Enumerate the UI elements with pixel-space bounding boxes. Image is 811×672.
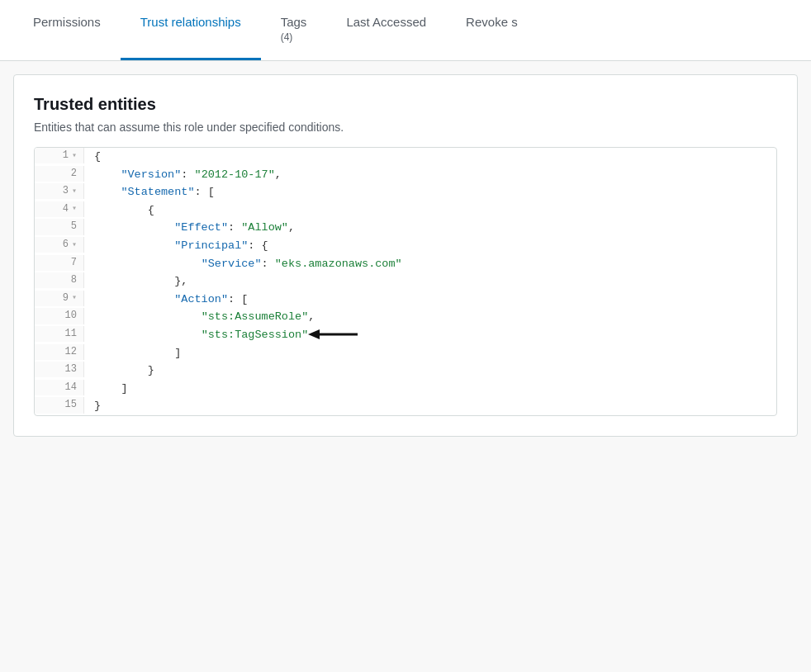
- line-number: 6: [49, 237, 69, 253]
- line-gutter: 5: [35, 219, 84, 234]
- line-content: ]: [84, 344, 776, 362]
- tab-tags[interactable]: Tags(4): [261, 0, 327, 60]
- line-number: 7: [57, 255, 77, 271]
- code-line: 5 "Effect": "Allow",: [35, 219, 776, 237]
- code-line: 13 }: [35, 362, 776, 380]
- line-number: 10: [57, 308, 77, 324]
- code-line: 4▾ {: [35, 201, 776, 220]
- line-number: 13: [57, 362, 77, 377]
- line-content: "Service": "eks.amazonaws.com": [84, 255, 776, 273]
- line-content: "Version": "2012-10-17",: [84, 166, 776, 184]
- line-number: 9: [49, 291, 69, 306]
- section-title: Trusted entities: [34, 95, 777, 114]
- code-line: 6▾ "Principal": {: [35, 237, 776, 255]
- arrow-annotation: [308, 329, 366, 341]
- tab-trust-relationships[interactable]: Trust relationships: [121, 0, 261, 60]
- tab-badge-tags: (4): [281, 31, 293, 43]
- tab-revoke-sessions[interactable]: Revoke s: [446, 0, 538, 60]
- line-number: 2: [57, 166, 77, 182]
- line-content: "Action": [: [84, 291, 776, 309]
- code-line: 1▾{: [35, 148, 776, 166]
- code-line: 7 "Service": "eks.amazonaws.com": [35, 255, 776, 273]
- line-content: {: [84, 148, 776, 166]
- line-gutter: 3▾: [35, 183, 84, 199]
- fold-indicator[interactable]: ▾: [72, 149, 77, 163]
- code-line: 14 ]: [35, 380, 776, 398]
- line-gutter: 10: [35, 308, 84, 324]
- line-content: ]: [84, 380, 776, 398]
- code-editor: 1▾{2 "Version": "2012-10-17",3▾ "Stateme…: [34, 147, 777, 416]
- line-content: "Effect": "Allow",: [84, 219, 776, 237]
- code-line: 15}: [35, 397, 776, 415]
- line-gutter: 6▾: [35, 237, 84, 253]
- line-gutter: 15: [35, 397, 84, 413]
- line-gutter: 8: [35, 272, 84, 288]
- code-line: 3▾ "Statement": [: [35, 183, 776, 201]
- tab-last-accessed[interactable]: Last Accessed: [326, 0, 446, 60]
- code-line: 2 "Version": "2012-10-17",: [35, 166, 776, 184]
- line-content: "sts:TagSession": [84, 326, 776, 344]
- line-gutter: 9▾: [35, 291, 84, 306]
- code-line: 9▾ "Action": [: [35, 291, 776, 309]
- line-gutter: 4▾: [35, 201, 84, 217]
- line-content: },: [84, 272, 776, 291]
- tab-permissions[interactable]: Permissions: [13, 0, 121, 60]
- line-content: "Principal": {: [84, 237, 776, 255]
- line-number: 3: [49, 183, 69, 199]
- line-gutter: 11: [35, 326, 84, 342]
- line-gutter: 7: [35, 255, 84, 271]
- line-number: 5: [57, 219, 77, 234]
- fold-indicator[interactable]: ▾: [72, 291, 77, 305]
- line-content: {: [84, 201, 776, 220]
- line-number: 4: [49, 201, 69, 217]
- line-content: }: [84, 397, 776, 415]
- line-gutter: 12: [35, 344, 84, 360]
- fold-indicator[interactable]: ▾: [72, 202, 77, 215]
- line-gutter: 14: [35, 380, 84, 395]
- line-number: 12: [57, 344, 77, 360]
- line-number: 1: [49, 148, 69, 163]
- tab-bar: PermissionsTrust relationshipsTags(4)Las…: [0, 0, 811, 61]
- line-number: 8: [57, 272, 77, 288]
- code-line: 10 "sts:AssumeRole",: [35, 308, 776, 326]
- section-description: Entities that can assume this role under…: [34, 121, 777, 134]
- line-number: 15: [57, 397, 77, 413]
- fold-indicator[interactable]: ▾: [72, 239, 77, 252]
- main-content: Trusted entities Entities that can assum…: [13, 74, 798, 437]
- line-gutter: 1▾: [35, 148, 84, 163]
- code-line: 11 "sts:TagSession": [35, 326, 776, 344]
- line-content: "sts:AssumeRole",: [84, 308, 776, 326]
- line-number: 14: [57, 380, 77, 395]
- code-line: 8 },: [35, 272, 776, 291]
- fold-indicator[interactable]: ▾: [72, 185, 77, 198]
- line-number: 11: [57, 326, 77, 342]
- svg-marker-1: [308, 329, 320, 339]
- code-line: 12 ]: [35, 344, 776, 362]
- line-content: }: [84, 362, 776, 380]
- line-content: "Statement": [: [84, 183, 776, 201]
- line-gutter: 13: [35, 362, 84, 377]
- line-gutter: 2: [35, 166, 84, 182]
